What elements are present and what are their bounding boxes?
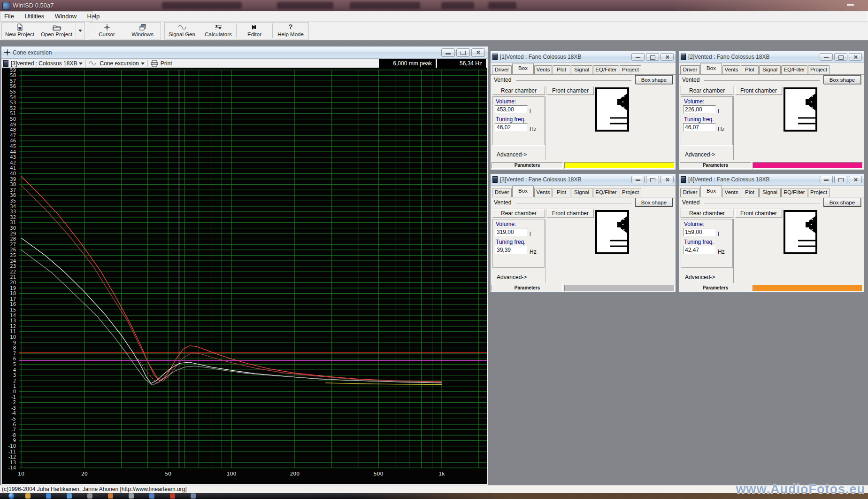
advanced-link[interactable]: Advanced-> xyxy=(685,274,715,281)
tab-project[interactable]: Project xyxy=(620,65,641,74)
window-titlebar[interactable]: WinISD 0.50a7 xyxy=(0,0,868,11)
minimize-icon[interactable] xyxy=(847,4,854,6)
box-shape-button[interactable]: Box shape xyxy=(823,75,861,84)
chevron-down-icon[interactable] xyxy=(79,62,83,65)
minimize-button[interactable] xyxy=(820,176,833,183)
taskbar-browser-icon[interactable] xyxy=(46,493,51,499)
taskbar-app-icon[interactable] xyxy=(170,493,175,499)
menu-help[interactable]: Help xyxy=(83,11,104,21)
close-button[interactable] xyxy=(471,48,485,57)
help-mode-button[interactable]: ? Help Mode xyxy=(273,23,308,39)
box-shape-button[interactable]: Box shape xyxy=(635,75,673,84)
open-project-button[interactable]: Open Project xyxy=(38,23,76,39)
advanced-link[interactable]: Advanced-> xyxy=(685,151,715,158)
tab-plot[interactable]: Plot xyxy=(553,188,570,197)
maximize-button[interactable] xyxy=(834,53,847,61)
box-shape-button[interactable]: Box shape xyxy=(635,198,673,207)
volume-input[interactable] xyxy=(683,105,716,114)
tab-box[interactable]: Box xyxy=(512,63,534,74)
minimize-button[interactable] xyxy=(631,53,645,61)
volume-input[interactable] xyxy=(495,105,528,114)
taskbar-app-icon[interactable] xyxy=(67,493,72,499)
close-button[interactable] xyxy=(849,176,862,183)
front-chamber-button[interactable]: Front chamber xyxy=(735,86,782,95)
tab-signal[interactable]: Signal xyxy=(571,188,592,197)
tab-plot[interactable]: Plot xyxy=(553,65,570,74)
taskbar-app-icon[interactable] xyxy=(129,493,134,499)
tuning-freq-input[interactable] xyxy=(495,246,528,254)
editor-button[interactable]: Editor xyxy=(237,23,272,39)
chevron-down-icon[interactable] xyxy=(141,62,145,65)
tab-driver[interactable]: Driver xyxy=(492,65,512,74)
close-button[interactable] xyxy=(661,53,674,61)
open-project-dropdown[interactable] xyxy=(76,23,84,39)
maximize-button[interactable] xyxy=(834,176,847,183)
taskbar-app-icon[interactable] xyxy=(108,493,113,499)
taskbar-app-icon[interactable] xyxy=(149,493,154,499)
tab-driver[interactable]: Driver xyxy=(680,188,700,197)
tab-vents[interactable]: Vents xyxy=(534,188,552,197)
rear-chamber-button[interactable]: Rear chamber xyxy=(492,86,545,95)
tab-eq-filter[interactable]: EQ/Filter xyxy=(593,65,619,74)
tab-signal[interactable]: Signal xyxy=(759,188,781,197)
tab-plot[interactable]: Plot xyxy=(741,188,759,197)
menu-window[interactable]: Window xyxy=(51,11,81,21)
windows-button[interactable]: Windows xyxy=(125,23,161,39)
tuning-freq-input[interactable] xyxy=(495,123,528,132)
front-chamber-button[interactable]: Front chamber xyxy=(547,86,594,95)
plot-source-select[interactable]: [3]vented : Colossus 18XB xyxy=(11,60,77,67)
advanced-link[interactable]: Advanced-> xyxy=(497,274,527,281)
close-button[interactable] xyxy=(849,53,862,61)
tuning-freq-input[interactable] xyxy=(683,123,716,132)
tab-plot[interactable]: Plot xyxy=(741,65,759,74)
tab-box[interactable]: Box xyxy=(512,186,534,197)
calculators-button[interactable]: Calculators xyxy=(200,23,236,39)
maximize-button[interactable] xyxy=(456,48,470,57)
tab-eq-filter[interactable]: EQ/Filter xyxy=(593,188,619,197)
front-chamber-button[interactable]: Front chamber xyxy=(547,209,594,218)
start-button[interactable] xyxy=(8,493,15,499)
tab-project[interactable]: Project xyxy=(808,188,830,197)
tab-eq-filter[interactable]: EQ/Filter xyxy=(781,65,807,74)
tab-driver[interactable]: Driver xyxy=(680,65,700,74)
tab-signal[interactable]: Signal xyxy=(759,65,781,74)
box-shape-button[interactable]: Box shape xyxy=(823,198,861,207)
child-window-titlebar[interactable]: [1]Vented : Fane Colossus 18XB xyxy=(491,51,676,63)
cursor-button[interactable]: Cursor xyxy=(89,23,125,39)
taskbar-folder-icon[interactable] xyxy=(25,493,31,499)
maximize-button[interactable] xyxy=(646,176,659,183)
tab-vents[interactable]: Vents xyxy=(722,188,740,197)
front-chamber-button[interactable]: Front chamber xyxy=(735,209,782,218)
menu-utilities[interactable]: Utilities xyxy=(20,11,48,21)
close-button[interactable] xyxy=(661,176,674,183)
rear-chamber-button[interactable]: Rear chamber xyxy=(681,209,733,218)
plot-window-titlebar[interactable]: Cone excursion xyxy=(1,47,488,59)
tab-vents[interactable]: Vents xyxy=(722,65,740,74)
tab-project[interactable]: Project xyxy=(620,188,641,197)
rear-chamber-button[interactable]: Rear chamber xyxy=(681,86,733,95)
child-window-titlebar[interactable]: [4]Vented : Fane Colossus 18XB xyxy=(679,174,864,186)
volume-input[interactable] xyxy=(683,228,716,236)
print-button[interactable]: Print xyxy=(161,60,172,67)
taskbar-app-icon[interactable] xyxy=(191,493,196,499)
minimize-button[interactable] xyxy=(631,176,645,183)
cone-excursion-chart[interactable]: -14-13-12-11-10-9-8-7-6-5-4-3-2-10123456… xyxy=(2,68,487,484)
tab-box[interactable]: Box xyxy=(700,63,722,74)
tuning-freq-input[interactable] xyxy=(683,246,716,254)
minimize-button[interactable] xyxy=(441,48,455,57)
taskbar-app-icon[interactable] xyxy=(87,493,92,499)
minimize-button[interactable] xyxy=(820,53,833,61)
child-window-titlebar[interactable]: [2]Vented : Fane Colossus 18XB xyxy=(679,51,864,63)
tab-driver[interactable]: Driver xyxy=(492,188,512,197)
tab-project[interactable]: Project xyxy=(808,65,830,74)
volume-input[interactable] xyxy=(495,228,528,236)
tab-box[interactable]: Box xyxy=(700,186,722,197)
child-window-titlebar[interactable]: [3]Vented : Fane Colossus 18XB xyxy=(491,174,676,186)
menu-file[interactable]: File xyxy=(0,11,18,21)
signal-gen-button[interactable]: Signal Gen. xyxy=(165,23,200,39)
new-project-button[interactable]: New Project xyxy=(2,23,38,39)
rear-chamber-button[interactable]: Rear chamber xyxy=(492,209,545,218)
tab-signal[interactable]: Signal xyxy=(571,65,592,74)
advanced-link[interactable]: Advanced-> xyxy=(497,151,527,158)
tab-eq-filter[interactable]: EQ/Filter xyxy=(781,188,807,197)
